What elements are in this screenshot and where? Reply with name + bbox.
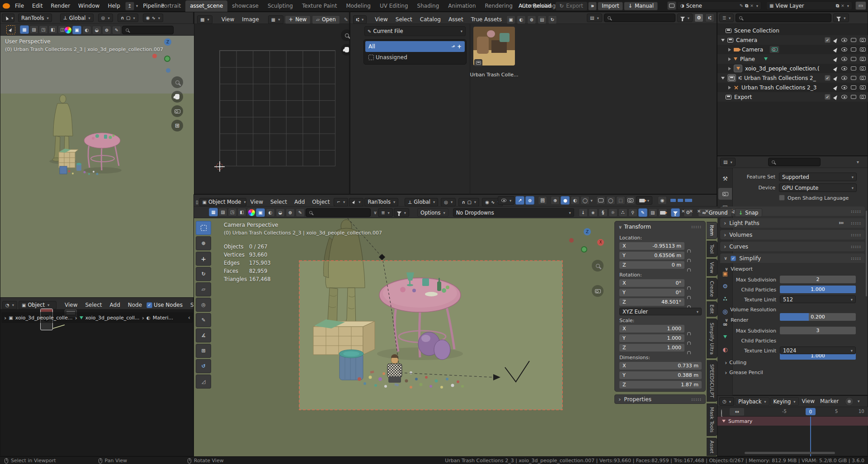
gear-icon[interactable] (694, 14, 703, 22)
simplify-render-section[interactable]: Render (725, 317, 748, 323)
visibility-dropdown[interactable] (498, 196, 514, 205)
editor-type-dropdown[interactable] (720, 158, 736, 166)
image-datablock-dropdown[interactable] (268, 15, 283, 24)
rotation-y-field[interactable]: Y0° (619, 289, 684, 296)
outliner-row-camera-object[interactable]: Camera (717, 45, 868, 54)
disable-render-icon[interactable] (860, 38, 866, 42)
filter-dropdown[interactable] (677, 14, 693, 22)
shader-context-dropdown[interactable]: Object (19, 301, 57, 309)
disable-render-icon[interactable] (860, 76, 866, 80)
disable-render-icon[interactable] (860, 66, 866, 70)
open-image-button[interactable]: Open (312, 15, 340, 24)
hide-viewport-icon[interactable] (841, 47, 847, 52)
rotation-x-field[interactable]: X0° (619, 279, 684, 287)
tool-move[interactable] (196, 252, 211, 266)
view-layer-selector[interactable]: View Layer (766, 1, 852, 10)
active-tool-button[interactable] (6, 25, 15, 34)
editor-type-dropdown[interactable] (2, 14, 14, 22)
select-mode-extend-icon[interactable] (29, 25, 38, 34)
select-mode-subtract-icon[interactable] (39, 25, 48, 34)
npanel-tab-view[interactable]: View (707, 259, 717, 276)
n-panel-properties[interactable]: Properties (614, 394, 706, 404)
outliner-row-trash-collection[interactable]: Urban Trash Collections 2_ (717, 73, 868, 83)
panel-simplify[interactable]: Simplify (720, 253, 865, 263)
scale-x-field[interactable]: X1.000 (619, 325, 684, 333)
tool-rotate[interactable] (196, 267, 211, 281)
summary-row[interactable]: Summary (717, 417, 868, 426)
options-dropdown[interactable]: Options (417, 208, 448, 217)
workspace-tab-asset-scene[interactable]: asset_scene (185, 0, 227, 12)
mode-world-icon[interactable] (527, 15, 536, 24)
particles-tool-icon[interactable] (618, 208, 627, 217)
display-mode-dropdown[interactable] (587, 14, 602, 22)
shading-material-icon[interactable] (276, 208, 285, 217)
simplify-viewport-section[interactable]: Viewport (725, 266, 753, 272)
camera-icon-button[interactable] (626, 196, 635, 205)
tab-material[interactable] (718, 343, 732, 355)
workspace-tab-modeling[interactable]: Modeling (341, 0, 375, 12)
dimensions-z-field[interactable]: Z1.87 m (619, 381, 702, 389)
paint-mode-icon[interactable] (112, 26, 121, 34)
tool-measure[interactable] (196, 328, 211, 342)
hide-viewport-icon[interactable] (841, 95, 847, 99)
viewport-child-particles-slider[interactable]: 1.000 (780, 286, 856, 293)
viewport-texture-limit-dropdown[interactable]: 512 (780, 295, 856, 303)
osl-checkbox[interactable] (779, 195, 785, 201)
tool-spin[interactable] (196, 359, 211, 373)
asset-search-input[interactable] (604, 14, 675, 22)
menu-image[interactable]: Image (239, 14, 262, 25)
duplicate-icon[interactable] (745, 3, 748, 9)
paint-icon[interactable] (296, 208, 305, 217)
curve-falloff-dropdown[interactable] (334, 198, 348, 206)
snap-button[interactable]: Snap (735, 208, 763, 217)
catalog-item-unassigned[interactable]: Unassigned (365, 52, 465, 63)
drag-grip-icon[interactable] (851, 233, 861, 237)
select-mode-box-icon[interactable] (209, 208, 218, 216)
tree-display-dropdown[interactable] (378, 208, 393, 217)
camera-view-widget-icon[interactable] (171, 105, 183, 117)
add-catalog-icon[interactable] (457, 43, 462, 50)
close-icon[interactable] (841, 4, 844, 8)
active-tool-dropdown[interactable] (349, 198, 363, 206)
disable-render-icon[interactable] (860, 57, 866, 61)
editor-type-dropdown[interactable] (353, 15, 367, 24)
drag-grip-icon[interactable] (851, 221, 861, 225)
path-back-icon[interactable] (4, 314, 6, 321)
collection-exclude-checkbox[interactable] (825, 37, 830, 43)
hide-viewport-icon[interactable] (841, 66, 847, 70)
mode-output-icon[interactable] (538, 15, 547, 24)
device-dropdown[interactable]: GPU Compute (779, 183, 857, 192)
disclosure-open-icon[interactable] (721, 77, 725, 80)
playhead-line[interactable] (810, 417, 811, 456)
workspace-tab-shading[interactable]: Shading (413, 0, 444, 12)
outliner-row-camera-collection[interactable]: Camera (717, 35, 868, 45)
render-display-button[interactable] (855, 1, 866, 10)
hide-viewport-icon[interactable] (841, 38, 847, 42)
camera-view-widget-icon[interactable] (592, 285, 604, 297)
zoom-widget-icon[interactable] (592, 260, 604, 272)
shading-material-icon[interactable] (92, 26, 101, 34)
ortho-grid-widget-icon[interactable] (171, 120, 183, 131)
camera-settings-dropdown[interactable] (636, 196, 652, 205)
selectable-icon[interactable] (833, 56, 839, 62)
tab-render[interactable] (718, 188, 732, 200)
dna-tool-icon[interactable] (599, 208, 608, 217)
workspace-tab-texture-paint[interactable]: Texture Paint (297, 0, 341, 12)
chevron-down-icon[interactable] (136, 4, 138, 8)
tool-select-box[interactable] (196, 221, 211, 235)
world-icon[interactable] (286, 208, 295, 217)
drag-grip-icon[interactable] (851, 256, 861, 261)
feature-set-dropdown[interactable]: Supported (779, 173, 857, 181)
disclosure-closed-icon[interactable] (728, 67, 731, 70)
panel-culling[interactable]: Culling (725, 359, 746, 366)
hide-viewport-icon[interactable] (841, 57, 847, 61)
hide-viewport-icon[interactable] (841, 76, 847, 80)
npanel-tab-tool[interactable]: Tool (707, 241, 717, 257)
zoom-widget-icon[interactable] (171, 76, 183, 88)
collection-exclude-checkbox[interactable] (825, 75, 830, 81)
tool-extra[interactable] (196, 375, 211, 389)
tool-add-cube[interactable] (196, 344, 211, 358)
orientation-dropdown[interactable]: Global (60, 14, 94, 22)
timeline-ruler[interactable]: -5 0 5 10 (717, 407, 868, 417)
select-mode-extend-icon[interactable] (218, 208, 227, 216)
